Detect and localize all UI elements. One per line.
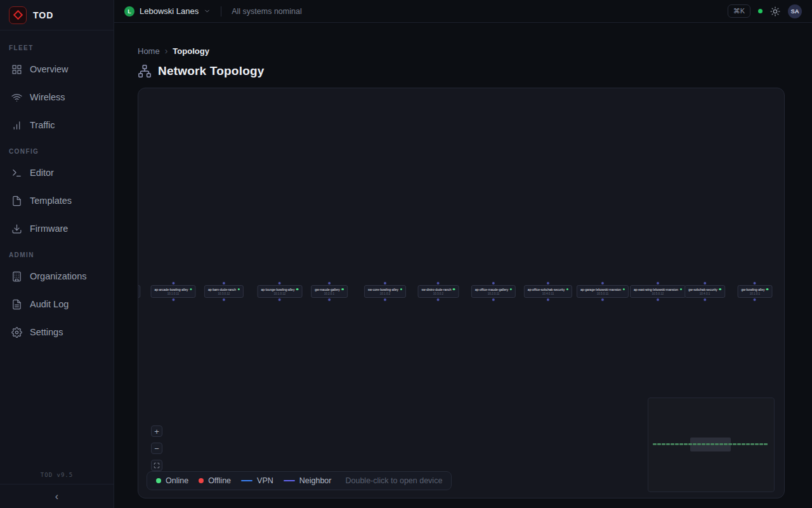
page-title-row: Network Topology [138,64,785,78]
node-status-dot [190,288,192,291]
org-avatar: L [124,6,134,17]
command-palette-shortcut[interactable]: ⌘K [728,4,750,18]
node-handle-top [601,282,604,284]
main-area: L Lebowski Lanes All systems nominal ⌘K … [114,0,812,508]
minimap-node-dash [742,443,745,445]
chevron-right-icon: › [165,46,168,56]
topology-node[interactable]: sw-distro-dude-ranch10.3.0.2 [418,281,459,302]
node-ip: 10.1.0.1 [742,292,769,295]
node-handle-bottom [437,298,440,301]
gear-icon [11,327,22,338]
sidebar-item-editor[interactable]: Editor [6,159,107,187]
minimap-node-dash [724,443,728,445]
sidebar-item-traffic[interactable]: Traffic [6,111,107,139]
sidebar-item-audit-log[interactable]: Audit Log [6,290,107,318]
zoom-out-button[interactable]: − [151,443,162,454]
sidebar-item-organizations[interactable]: Organizations [6,262,107,290]
node-handle-bottom [547,298,549,301]
node-handle-bottom [278,298,281,301]
breadcrumb-home-link[interactable]: Home [138,46,160,56]
node-box: ap-garage-lebowski-mansion10.5.0.11 [577,285,629,298]
minimap-node-dash [671,443,674,445]
topology-node[interactable]: ap-arcade-bowling-alley10.1.0.11 [150,281,195,302]
topology-node[interactable]: sw-core-bowling-alley10.1.0.2 [364,281,406,302]
node-ip: 10.3.0.2 [422,292,455,295]
node-box: gw-sobchak-security10.4.0.1 [684,285,725,298]
node-ip: 10.1.0.12 [261,292,299,295]
sidebar-item-settings[interactable]: Settings [6,318,107,346]
topology-node[interactable]: gw-sobchak-security10.4.0.1 [684,281,725,302]
node-handle-top [754,282,756,284]
minimap-node-dash [759,443,763,445]
org-switcher[interactable]: L Lebowski Lanes [124,6,211,17]
nav-section-fleet: Fleet [9,44,105,51]
node-handle-bottom [754,298,756,301]
minimap-node-dash [719,443,723,445]
node-ip: 10.5.0.12 [634,292,682,295]
sidebar-nav: Fleet Overview Wireless Traffic Config E… [0,30,114,472]
node-box: ap-east-wing-lebowski-mansion10.5.0.12 [630,285,686,298]
node-box: ap-barn-dude-ranch10.3.0.12 [204,285,244,298]
sun-icon [770,6,780,17]
sidebar-item-wireless[interactable]: Wireless [6,83,107,111]
node-status-dot [623,288,625,291]
topology-node[interactable]: ap-lounge-bowling-alley10.1.0.12 [258,281,303,302]
node-box: sw-distro-dude-ranch10.3.0.2 [418,285,459,298]
node-status-dot [766,288,769,291]
node-box: ap-arcade-bowling-alley10.1.0.11 [150,285,195,298]
sidebar-item-label: Editor [30,168,54,178]
node-handle-top [657,282,659,284]
sidebar-item-overview[interactable]: Overview [6,55,107,83]
minimap-node-dash [728,443,732,445]
node-status-dot [341,288,344,291]
node-status-dot [296,288,299,291]
topology-node[interactable]: ap-office-sobchak-security10.4.0.11 [524,281,572,302]
nav-section-admin: Admin [9,251,105,258]
node-box: ap-office-maude-gallery10.2.0.11 [471,285,516,298]
canvas-hint: Double-click to open device [345,476,442,485]
sidebar-item-firmware[interactable]: Firmware [6,215,107,243]
node-handle-bottom [384,298,386,301]
collapse-sidebar-button[interactable]: ‹ [49,489,65,504]
offline-dot-icon [199,478,204,483]
node-name: ap-garage-lebowski-mansion [580,288,621,291]
node-status-dot [400,288,403,291]
node-ip: 10.1.0.11 [154,292,192,295]
topology-node[interactable]: gw-bowling-alley10.1.0.1 [738,281,773,302]
topology-canvas[interactable]: gw-dude-ranch10.3.0.1ap-arcade-bowling-a… [138,88,785,498]
node-handle-top [328,282,331,284]
sidebar-item-templates[interactable]: Templates [6,187,107,215]
node-ip: 10.1.0.2 [368,292,402,295]
node-name: sw-core-bowling-alley [368,288,398,291]
download-icon [11,224,22,234]
topology-node[interactable]: ap-garage-lebowski-mansion10.5.0.11 [577,281,629,302]
breadcrumb: Home › Topology [138,46,785,56]
app-name: TOD [33,10,53,20]
minimap-node-dash [662,443,665,445]
sidebar-item-label: Firmware [30,224,68,234]
sitemap-icon [138,64,152,78]
vpn-line-icon [241,480,252,482]
zoom-in-button[interactable]: + [151,425,162,437]
node-handle-top [437,282,440,284]
topology-node[interactable]: ap-east-wing-lebowski-mansion10.5.0.12 [630,281,686,302]
app-window: TOD Fleet Overview Wireless Traffic Conf… [0,0,812,508]
node-handle-top [492,282,495,284]
minimap[interactable] [648,398,775,492]
sidebar-item-label: Traffic [30,120,55,130]
topology-node[interactable]: ap-barn-dude-ranch10.3.0.12 [204,281,244,302]
node-ip: 10.5.0.11 [580,292,625,295]
sidebar-item-label: Overview [30,64,68,74]
node-handle-top [223,282,225,284]
legend-vpn: VPN [241,476,273,485]
topology-node[interactable]: gw-maude-gallery10.2.0.1 [311,281,348,302]
minimap-node-dash [755,443,759,445]
topology-node[interactable]: ap-office-maude-gallery10.2.0.11 [471,281,516,302]
theme-toggle-button[interactable] [770,6,780,17]
file-icon [11,196,22,206]
fit-view-button[interactable] [151,460,162,471]
building-icon [11,271,22,282]
topology-node[interactable]: gw-dude-ranch10.3.0.1 [138,281,141,302]
user-avatar[interactable]: SA [788,4,802,18]
canvas-legend: Online Offline VPN Neighbor Double-cli [147,471,452,490]
